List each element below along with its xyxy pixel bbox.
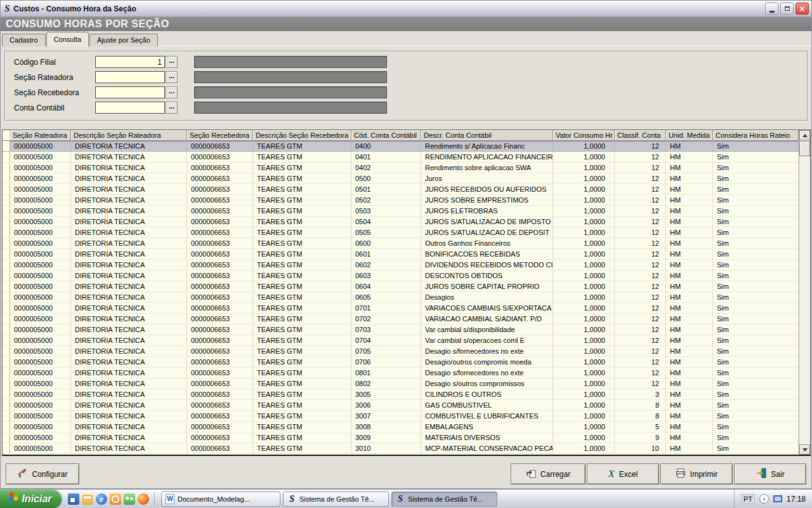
table-cell[interactable]: JUROS SOBRE CAPITAL PROPRIO xyxy=(421,281,553,292)
table-cell[interactable]: DIRETORIA TECNICA xyxy=(71,141,187,152)
table-cell[interactable]: 0400 xyxy=(351,141,421,152)
table-row[interactable]: 0000005000DIRETORIA TECNICA0000006653TEA… xyxy=(3,141,799,152)
table-cell[interactable]: Sim xyxy=(713,378,799,389)
table-cell[interactable]: DIRETORIA TECNICA xyxy=(71,314,187,324)
table-cell[interactable]: DIRETORIA TECNICA xyxy=(71,249,187,260)
table-cell[interactable]: HM xyxy=(666,400,713,411)
table-cell[interactable]: Rendimento sobre aplicacao SWA xyxy=(421,163,553,173)
table-row[interactable]: 0000005000DIRETORIA TECNICA0000006653TEA… xyxy=(3,292,799,303)
table-cell[interactable]: TEARES GTM xyxy=(253,432,351,443)
table-cell[interactable]: Sim xyxy=(713,217,799,227)
table-cell[interactable]: Sim xyxy=(713,141,799,152)
table-cell[interactable]: 12 xyxy=(615,217,666,227)
table-cell[interactable]: TEARES GTM xyxy=(253,184,351,195)
field-input[interactable] xyxy=(95,86,165,98)
table-cell[interactable]: 0000005000 xyxy=(10,271,71,281)
table-cell[interactable]: 0000005000 xyxy=(10,346,71,357)
table-cell[interactable]: 3 xyxy=(615,389,666,400)
table-cell[interactable]: HM xyxy=(666,443,713,454)
table-cell[interactable]: 0000006653 xyxy=(187,195,253,206)
table-cell[interactable]: HM xyxy=(666,281,713,292)
quick-launch-icon[interactable] xyxy=(96,493,107,505)
table-cell[interactable]: 0000005000 xyxy=(10,163,71,173)
browse-button[interactable]: ... xyxy=(166,71,178,83)
table-cell[interactable]: DIRETORIA TECNICA xyxy=(71,346,187,357)
table-cell[interactable]: DIRETORIA TECNICA xyxy=(71,184,187,195)
table-cell[interactable]: 0706 xyxy=(351,357,421,368)
table-cell[interactable]: 1,0000 xyxy=(553,314,615,324)
table-row[interactable]: 0000005000DIRETORIA TECNICA0000006653TEA… xyxy=(3,303,799,314)
table-cell[interactable]: Outros Ganhos Financeiros xyxy=(421,238,553,249)
table-cell[interactable]: TEARES GTM xyxy=(253,163,351,173)
table-cell[interactable]: 0000006653 xyxy=(187,206,253,217)
column-header[interactable]: Descr. Conta Contábil xyxy=(421,130,553,141)
table-cell[interactable]: Sim xyxy=(713,292,799,303)
table-cell[interactable]: 0503 xyxy=(351,206,421,217)
table-cell[interactable]: HM xyxy=(666,378,713,389)
table-cell[interactable]: 0000006653 xyxy=(187,422,253,432)
column-header[interactable]: Valor Consumo Hr xyxy=(553,130,615,141)
table-cell[interactable]: 1,0000 xyxy=(553,368,615,378)
table-cell[interactable]: DIRETORIA TECNICA xyxy=(71,324,187,335)
table-cell[interactable]: 1,0000 xyxy=(553,400,615,411)
table-cell[interactable]: HM xyxy=(666,422,713,432)
table-cell[interactable]: 1,0000 xyxy=(553,281,615,292)
column-header[interactable]: Descrição Seção Recebedora xyxy=(253,130,351,141)
table-cell[interactable]: 0000006653 xyxy=(187,217,253,227)
column-header[interactable]: Descrição Seção Rateadora xyxy=(71,130,187,141)
table-cell[interactable]: Desagio s/fornecedores no exte xyxy=(421,368,553,378)
table-row[interactable]: 0000005000DIRETORIA TECNICA0000006653TEA… xyxy=(3,422,799,432)
table-cell[interactable]: Desagios xyxy=(421,292,553,303)
tab[interactable]: Cadastro xyxy=(2,34,46,46)
table-cell[interactable]: 0000006653 xyxy=(187,152,253,163)
table-row[interactable]: 0000005000DIRETORIA TECNICA0000006653TEA… xyxy=(3,173,799,184)
table-row[interactable]: 0000005000DIRETORIA TECNICA0000006653TEA… xyxy=(3,324,799,335)
table-row[interactable]: 0000005000DIRETORIA TECNICA0000006653TEA… xyxy=(3,249,799,260)
table-cell[interactable]: TEARES GTM xyxy=(253,400,351,411)
table-cell[interactable]: Sim xyxy=(713,260,799,271)
table-cell[interactable]: VARIACOES CAMBIAIS S/EXPORTACA xyxy=(421,303,553,314)
table-cell[interactable]: 0000005000 xyxy=(10,324,71,335)
table-cell[interactable]: 1,0000 xyxy=(553,206,615,217)
table-cell[interactable]: 0000005000 xyxy=(10,443,71,454)
table-cell[interactable]: JUROS RECEBIDOS OU AUFERIDOS xyxy=(421,184,553,195)
table-cell[interactable]: DIVIDENDOS RECEBIDOS METODO CU xyxy=(421,260,553,271)
table-cell[interactable]: 8 xyxy=(615,400,666,411)
table-cell[interactable]: TEARES GTM xyxy=(253,173,351,184)
table-cell[interactable]: DIRETORIA TECNICA xyxy=(71,281,187,292)
table-cell[interactable]: 0000006653 xyxy=(187,357,253,368)
table-row[interactable]: 0000005000DIRETORIA TECNICA0000006653TEA… xyxy=(3,184,799,195)
table-row[interactable]: 0000005000DIRETORIA TECNICA0000006653TEA… xyxy=(3,238,799,249)
table-cell[interactable]: TEARES GTM xyxy=(253,195,351,206)
field-input[interactable] xyxy=(95,102,165,114)
table-cell[interactable]: 0000005000 xyxy=(10,206,71,217)
table-row[interactable]: 0000005000DIRETORIA TECNICA0000006653TEA… xyxy=(3,432,799,443)
excel-button[interactable]: X Excel xyxy=(587,464,659,485)
column-header[interactable]: Seção Rateadora xyxy=(10,130,71,141)
table-row[interactable]: 0000005000DIRETORIA TECNICA0000006653TEA… xyxy=(3,368,799,378)
table-cell[interactable]: 0000006653 xyxy=(187,443,253,454)
table-cell[interactable]: 10 xyxy=(615,443,666,454)
table-cell[interactable]: 0000005000 xyxy=(10,303,71,314)
table-cell[interactable]: TEARES GTM xyxy=(253,206,351,217)
table-cell[interactable]: 1,0000 xyxy=(553,184,615,195)
table-cell[interactable]: 0000005000 xyxy=(10,281,71,292)
table-cell[interactable]: 3006 xyxy=(351,400,421,411)
table-cell[interactable]: 0000006653 xyxy=(187,292,253,303)
table-cell[interactable]: 0000005000 xyxy=(10,260,71,271)
table-cell[interactable]: HM xyxy=(666,432,713,443)
table-row[interactable]: 0000005000DIRETORIA TECNICA0000006653TEA… xyxy=(3,271,799,281)
table-cell[interactable]: HM xyxy=(666,389,713,400)
table-cell[interactable]: HM xyxy=(666,314,713,324)
table-cell[interactable]: 12 xyxy=(615,314,666,324)
quick-launch-icon[interactable] xyxy=(68,493,79,505)
table-cell[interactable]: 12 xyxy=(615,271,666,281)
table-cell[interactable]: HM xyxy=(666,249,713,260)
table-cell[interactable]: 1,0000 xyxy=(553,443,615,454)
table-cell[interactable]: DIRETORIA TECNICA xyxy=(71,303,187,314)
table-cell[interactable]: 12 xyxy=(615,357,666,368)
start-button[interactable]: Iniciar xyxy=(0,490,62,508)
table-cell[interactable]: 1,0000 xyxy=(553,432,615,443)
table-cell[interactable]: 0500 xyxy=(351,173,421,184)
table-cell[interactable]: TEARES GTM xyxy=(253,389,351,400)
